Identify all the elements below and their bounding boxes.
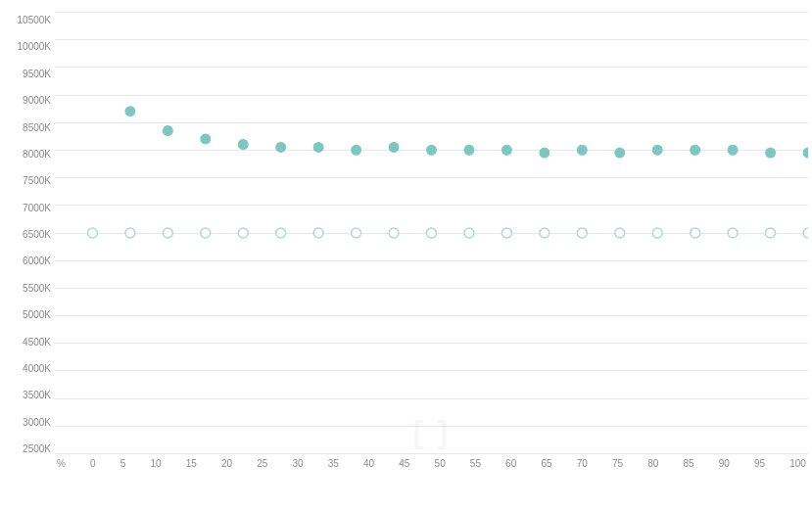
y-axis-label: 6000K <box>23 256 51 266</box>
svg-point-23 <box>238 228 248 238</box>
x-axis-label: 0 <box>90 458 96 469</box>
y-axis-label: 3500K <box>23 391 51 400</box>
y-axis-label: 4500K <box>23 338 51 348</box>
y-axis-label: 3000K <box>23 418 51 428</box>
svg-point-19 <box>87 228 97 238</box>
y-axis-label: 9500K <box>23 70 51 79</box>
x-axis-label: 30 <box>293 458 304 469</box>
svg-point-1 <box>163 125 172 135</box>
svg-point-30 <box>502 228 511 238</box>
svg-point-24 <box>276 228 286 238</box>
y-axis-label: 2500K <box>23 444 51 454</box>
x-axis-label: 45 <box>399 458 409 469</box>
svg-point-25 <box>313 228 323 238</box>
y-axis: 10500K10000K9500K9000K8500K8000K7500K700… <box>4 12 55 472</box>
y-axis-label: 8500K <box>23 123 51 133</box>
svg-point-13 <box>615 148 625 158</box>
x-axis-label: 40 <box>363 458 374 469</box>
x-axis-label: 65 <box>541 458 551 469</box>
chart-area: 10500K10000K9500K9000K8500K8000K7500K700… <box>4 12 808 472</box>
x-axis-label: 80 <box>647 458 658 469</box>
x-axis-label: 35 <box>328 458 339 469</box>
svg-point-2 <box>201 134 211 144</box>
svg-point-21 <box>163 228 172 238</box>
svg-point-22 <box>201 228 211 238</box>
svg-point-15 <box>691 145 700 155</box>
svg-point-12 <box>577 145 587 155</box>
x-axis-label: 25 <box>257 458 267 469</box>
y-axis-label: 10500K <box>18 16 51 25</box>
y-axis-label: 4000K <box>23 364 51 374</box>
y-axis-label: 9000K <box>23 96 51 106</box>
svg-point-36 <box>728 228 738 238</box>
svg-point-26 <box>352 228 361 238</box>
x-axis: %051015202530354045505560657075808590951… <box>55 454 808 472</box>
x-axis-label: 20 <box>221 458 232 469</box>
x-axis-label: 15 <box>186 458 197 469</box>
svg-point-14 <box>652 145 662 155</box>
y-axis-label: 7500K <box>23 176 51 186</box>
x-axis-label: 50 <box>435 458 446 469</box>
x-axis-label: 100 <box>789 458 806 469</box>
svg-point-27 <box>389 228 399 238</box>
svg-point-11 <box>540 148 549 158</box>
svg-point-32 <box>577 228 587 238</box>
x-axis-label: 95 <box>754 458 765 469</box>
main-container: 10500K10000K9500K9000K8500K8000K7500K700… <box>0 0 812 511</box>
x-axis-label: 60 <box>505 458 516 469</box>
svg-point-5 <box>313 142 323 152</box>
svg-point-28 <box>427 228 437 238</box>
chart-inner: [ ] %05101520253035404550556065707580859… <box>55 12 808 472</box>
y-axis-label: 5000K <box>23 310 51 320</box>
y-axis-label: 5500K <box>23 284 51 294</box>
svg-point-9 <box>464 145 474 155</box>
svg-point-20 <box>125 228 135 238</box>
y-axis-label: 10000K <box>18 42 51 52</box>
svg-point-29 <box>464 228 474 238</box>
x-axis-label: 90 <box>719 458 730 469</box>
svg-point-18 <box>803 148 808 158</box>
svg-point-6 <box>352 145 361 155</box>
svg-point-35 <box>691 228 700 238</box>
svg-point-17 <box>766 148 776 158</box>
svg-point-0 <box>125 107 135 116</box>
x-axis-label: 5 <box>120 458 126 469</box>
svg-point-34 <box>652 228 662 238</box>
x-axis-labels: %051015202530354045505560657075808590951… <box>55 458 808 469</box>
x-axis-label: % <box>57 458 66 469</box>
x-axis-label: 55 <box>470 458 481 469</box>
svg-point-16 <box>728 145 738 155</box>
svg-point-8 <box>427 145 437 155</box>
x-axis-label: 75 <box>612 458 623 469</box>
x-axis-label: 85 <box>683 458 693 469</box>
svg-point-7 <box>389 142 399 152</box>
svg-point-4 <box>276 142 286 152</box>
svg-point-37 <box>766 228 776 238</box>
chart-svg <box>55 12 808 454</box>
x-axis-label: 70 <box>577 458 588 469</box>
svg-point-33 <box>615 228 625 238</box>
y-axis-label: 6500K <box>23 230 51 240</box>
svg-point-31 <box>540 228 549 238</box>
svg-point-10 <box>502 145 511 155</box>
y-axis-label: 8000K <box>23 150 51 160</box>
y-axis-label: 7000K <box>23 204 51 213</box>
svg-point-38 <box>803 228 808 238</box>
x-axis-label: 10 <box>150 458 161 469</box>
svg-point-3 <box>238 140 248 150</box>
